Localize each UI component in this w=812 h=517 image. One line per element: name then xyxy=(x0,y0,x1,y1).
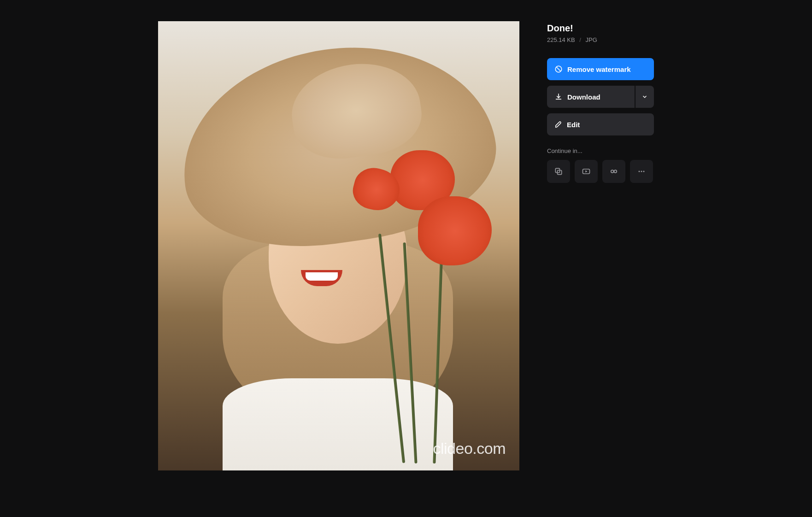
continue-more-button[interactable] xyxy=(630,160,653,183)
pencil-icon xyxy=(554,121,562,129)
status-title: Done! xyxy=(547,23,654,34)
edit-button[interactable]: Edit xyxy=(547,113,654,135)
download-label: Download xyxy=(567,93,600,101)
svg-point-7 xyxy=(639,171,640,172)
download-dropdown-button[interactable] xyxy=(635,86,654,108)
copy-stack-icon xyxy=(554,167,563,176)
edit-label: Edit xyxy=(567,121,580,129)
svg-point-8 xyxy=(641,171,642,172)
remove-watermark-label: Remove watermark xyxy=(567,65,631,73)
svg-point-6 xyxy=(614,170,617,173)
portrait-shirt xyxy=(223,378,453,470)
svg-point-5 xyxy=(611,170,614,173)
file-size: 225.14 KB xyxy=(547,36,575,43)
continue-video-button[interactable] xyxy=(575,160,598,183)
continue-label: Continue in... xyxy=(547,147,654,154)
continue-copy-button[interactable] xyxy=(547,160,570,183)
portrait-flowers xyxy=(353,150,501,381)
image-preview: clideo.com xyxy=(158,21,519,470)
meta-separator: / xyxy=(579,36,581,43)
prohibit-icon xyxy=(554,65,563,73)
continue-icon-row xyxy=(547,160,654,183)
file-meta: 225.14 KB / JPG xyxy=(547,36,654,43)
file-format: JPG xyxy=(586,36,597,43)
svg-line-1 xyxy=(557,67,561,71)
download-button-group: Download xyxy=(547,86,654,108)
sidebar: Done! 225.14 KB / JPG Remove watermark xyxy=(547,21,654,470)
download-button[interactable]: Download xyxy=(547,86,635,108)
continue-link-button[interactable] xyxy=(602,160,625,183)
download-icon xyxy=(554,93,563,101)
watermark-text: clideo.com xyxy=(433,440,506,458)
more-icon xyxy=(637,167,646,176)
link-icon xyxy=(609,167,618,176)
svg-point-9 xyxy=(643,171,645,172)
video-play-icon xyxy=(582,167,591,176)
portrait-teeth xyxy=(306,272,338,281)
chevron-down-icon xyxy=(641,94,648,100)
remove-watermark-button[interactable]: Remove watermark xyxy=(547,58,654,80)
